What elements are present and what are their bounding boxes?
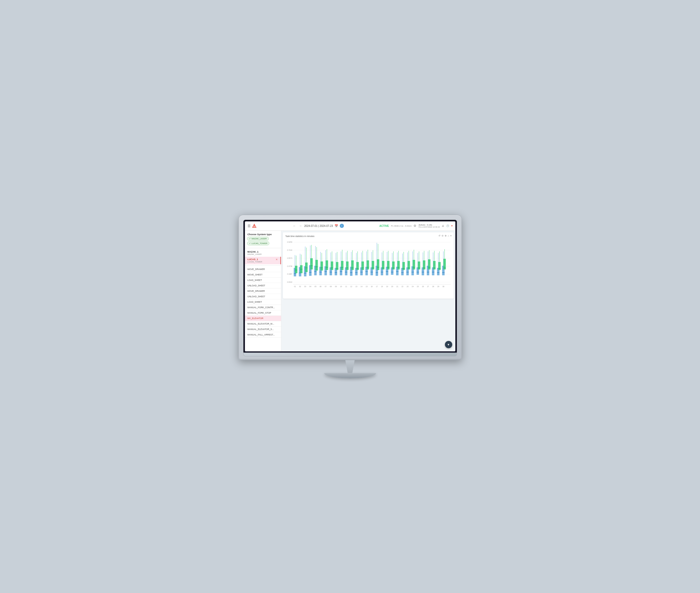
task-move-drawer-1[interactable]: MOVE_DRAWER — [245, 267, 281, 272]
task-manual-elevator-s[interactable]: MANUAL_ELEVATOR_S... — [245, 327, 281, 332]
svg-rect-96 — [361, 262, 364, 270]
nav-back-button[interactable]: ← — [292, 224, 297, 228]
zoom-out-icon[interactable]: ⊖ — [442, 234, 444, 237]
home-icon[interactable]: ⌂ — [448, 234, 449, 237]
chip-lucas-label: LUCAS_TOWER — [252, 242, 267, 244]
status-detail: P1 0630-2 nc - 6.0mm — [391, 225, 411, 227]
chip-mazak-laser[interactable]: ✓ MAZAK_LASER — [247, 237, 269, 241]
svg-rect-114 — [377, 259, 379, 270]
main-content: Choose System type ✓ MAZAK_LASER ✓ LUCAS… — [245, 231, 455, 351]
menu-icon[interactable]: ≡ — [450, 234, 451, 237]
svg-rect-138 — [397, 261, 400, 270]
task-unload-sheet-2[interactable]: UNLOAD_SHEET — [245, 294, 281, 300]
chip-lucas-tower[interactable]: ✓ LUCAS_TOWER — [247, 241, 270, 245]
task-manual-fork-stop[interactable]: MANUAL_FORK_STOP — [245, 310, 281, 316]
filter-icon: ▼ — [447, 343, 450, 346]
task-load-sheet-2[interactable]: LOAD_SHEET — [245, 300, 281, 305]
svg-text:0.7416: 0.7416 — [287, 249, 292, 251]
task-manual-fall-arrest[interactable]: MANUAL_FALL_ARREST... — [245, 332, 281, 338]
svg-rect-120 — [382, 261, 384, 270]
svg-rect-66 — [336, 262, 338, 270]
svg-rect-144 — [402, 262, 405, 270]
print-icon[interactable]: 🖨 — [442, 225, 444, 227]
monitor-chin — [243, 353, 457, 356]
task-unload-sheet-1[interactable]: UNLOAD_SHEET — [245, 283, 281, 288]
svg-text:19: 19 — [386, 285, 388, 287]
task-manual-elevator-m[interactable]: MANUAL_ELEVATOR_M... — [245, 321, 281, 327]
svg-text:08: 08 — [330, 285, 331, 287]
chart-container: Task time statistics in minutes ↺ ⊖ ⊕ ⌂ … — [283, 232, 454, 299]
zoom-in-icon[interactable]: ⊕ — [445, 234, 447, 237]
monitor-wrapper: ☰ ISI ← → 2024-07-01 | 2024-07-23 📅 i — [233, 215, 467, 378]
task-mv-elevator[interactable]: MV_ELEVATOR — [245, 316, 281, 321]
chip-check-icon-2: ✓ — [249, 242, 251, 244]
svg-rect-162 — [418, 262, 420, 270]
boxplot-chart: 0.9259 0.7416 0.5573 0.3736 0.1887 0.004… — [285, 239, 451, 291]
history-icon[interactable]: 🕐 — [446, 225, 449, 227]
svg-text:0.0044: 0.0044 — [287, 281, 292, 283]
actives-info: Actives : 0.19s Fin a 22/07/2024 14 30 2… — [418, 224, 440, 228]
svg-rect-36 — [310, 258, 313, 269]
svg-rect-174 — [428, 259, 430, 269]
svg-text:0.1887: 0.1887 — [287, 273, 292, 275]
sidebar-section-title: Choose System type — [245, 231, 281, 237]
lucas1-sub: LUCAS_TOWER — [248, 261, 278, 263]
chart-toolbar: ↺ ⊖ ⊕ ⌂ ≡ — [439, 234, 452, 237]
svg-rect-132 — [392, 262, 394, 270]
remove-lucas-button[interactable]: ✕ — [276, 258, 278, 261]
svg-rect-90 — [356, 262, 359, 270]
svg-rect-156 — [412, 260, 415, 270]
system-item-mazak1[interactable]: MAZAK_1 MAZAK_LASER — [245, 249, 281, 257]
svg-rect-30 — [305, 263, 307, 272]
svg-text:01: 01 — [294, 285, 296, 287]
fab-button[interactable]: ▼ — [445, 341, 452, 348]
task-move-drawer-2[interactable]: MOVE_DRAWER — [245, 288, 281, 294]
svg-rect-60 — [331, 262, 333, 270]
system-icon: ⚙ — [413, 224, 416, 228]
screen: ☰ ISI ← → 2024-07-01 | 2024-07-23 📅 i — [245, 222, 455, 351]
date-range: 2024-07-01 | 2024-07-23 — [304, 225, 333, 227]
topbar-logo: ☰ ISI — [248, 223, 257, 228]
svg-text:16: 16 — [371, 285, 372, 287]
svg-text:11: 11 — [345, 285, 347, 287]
task-manual-fork-contr[interactable]: MANUAL_FORK_CONTR... — [245, 305, 281, 310]
isi-logo: ISI — [252, 223, 257, 228]
system-item-lucas1[interactable]: ✕ LUCAS_1 LUCAS_TOWER — [245, 257, 281, 264]
task-move-sheet[interactable]: MOVE_SHEET — [245, 272, 281, 278]
svg-text:02: 02 — [299, 285, 301, 287]
svg-text:25: 25 — [417, 285, 418, 287]
mazak1-name: MAZAK_1 — [248, 250, 279, 253]
svg-text:10: 10 — [340, 285, 342, 287]
divider-1 — [245, 248, 281, 248]
svg-text:13: 13 — [355, 285, 357, 287]
chip-check-icon: ✓ — [249, 238, 251, 240]
chart-title: Task time statistics in minutes — [285, 235, 451, 238]
svg-text:04: 04 — [310, 285, 311, 287]
heart-icon[interactable]: ♥ — [451, 225, 452, 227]
nav-forward-button[interactable]: → — [298, 224, 302, 228]
calendar-icon[interactable]: 📅 — [335, 224, 338, 228]
svg-rect-102 — [367, 261, 369, 270]
reset-icon[interactable]: ↺ — [439, 234, 441, 237]
svg-text:14: 14 — [361, 285, 362, 287]
svg-rect-150 — [408, 261, 410, 270]
svg-text:07: 07 — [325, 285, 327, 287]
svg-text:27: 27 — [427, 285, 429, 287]
task-load-sheet-1[interactable]: LOAD_SHEET — [245, 278, 281, 283]
status-info-block: P1 0630-2 nc - 6.0mm — [391, 225, 411, 227]
svg-text:06: 06 — [320, 285, 321, 287]
svg-rect-186 — [438, 262, 441, 270]
svg-text:0.3736: 0.3736 — [287, 265, 292, 267]
hamburger-icon[interactable]: ☰ — [248, 224, 251, 228]
topbar-center: ← → 2024-07-01 | 2024-07-23 📅 i — [259, 224, 377, 228]
chip-mazak-label: MAZAK_LASER — [252, 238, 267, 240]
sidebar: Choose System type ✓ MAZAK_LASER ✓ LUCAS… — [245, 231, 281, 351]
monitor-stand-neck — [342, 360, 358, 373]
chip-group: ✓ MAZAK_LASER ✓ LUCAS_TOWER — [245, 237, 281, 247]
svg-text:05: 05 — [314, 285, 316, 287]
svg-text:0.9259: 0.9259 — [287, 241, 292, 243]
status-badge: ACTIVE — [379, 225, 389, 227]
svg-rect-126 — [387, 261, 389, 270]
info-button[interactable]: i — [340, 224, 344, 228]
mazak1-sub: MAZAK_LASER — [248, 253, 279, 255]
